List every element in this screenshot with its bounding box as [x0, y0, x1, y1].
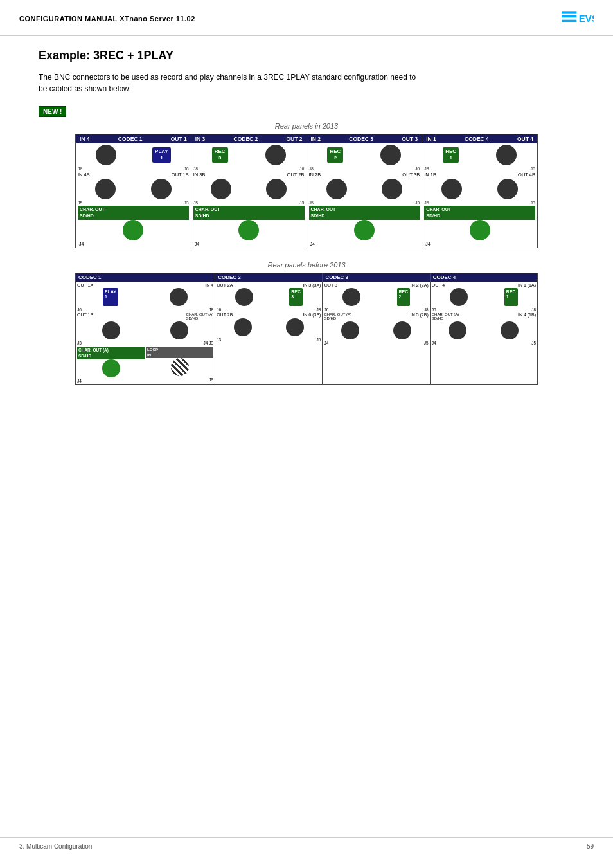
codec-2-out-label: OUT 2 — [286, 136, 302, 142]
bnc-b2-out2a — [235, 288, 253, 306]
out3b-label: OUT 3B — [402, 172, 420, 177]
description-text: The BNC connectors to be used as record … — [39, 71, 424, 95]
out1b-label: OUT 1B — [172, 172, 189, 177]
j3-label-c2: J3 — [299, 201, 304, 205]
bnc-out2b — [266, 179, 287, 199]
codec-1-mid-circles — [78, 179, 189, 199]
codec-1-j5j3: J5 J3 — [78, 201, 189, 205]
b2013-c2-mid-circles — [217, 318, 321, 336]
bnc-in4 — [96, 145, 116, 165]
j6-b3: J6 — [324, 307, 328, 312]
codec-2-bottom-circles — [193, 220, 305, 240]
codec-4-inner: REC1 J8 J6 IN 1B OUT 4B — [422, 143, 537, 248]
b2013-c2-top-circles: REC3 — [217, 288, 321, 306]
b2013-c4-header: CODEC 4 — [431, 273, 537, 282]
codec-row-before: CODEC 1 OUT 1A IN 4 PLAY1 J6 J8 — [75, 273, 538, 385]
rec3-badge-before: REC3 — [289, 288, 303, 306]
codec-2-header: IN 3 CODEC 2 OUT 2 — [191, 134, 306, 143]
codec-3-top-circles: REC2 — [309, 145, 420, 165]
out1b-b1: OUT 1B — [77, 312, 93, 320]
codec-1-panel: IN 4 CODEC 1 OUT 1 PLAY1 J8 J6 — [76, 134, 191, 248]
b2013-c4-top-labels: OUT 4 IN 1 (1A) — [432, 283, 536, 287]
out2b-b2: OUT 2B — [217, 312, 233, 317]
b2013-c3-j4j5: J4 J5 — [324, 341, 428, 345]
evs-logo: EVS — [562, 9, 594, 28]
rear-2013-caption: Rear panels in 2013 — [39, 122, 574, 130]
codec-1-in-label: IN 4 — [80, 136, 90, 142]
codec-2-j4: J4 — [193, 242, 305, 246]
bnc-in3 — [265, 145, 286, 165]
in2-2a-label: IN 2 (2A) — [411, 283, 429, 287]
j3-b1: J3 — [77, 341, 82, 345]
codec-2-j-labels: J8 J6 — [193, 167, 305, 171]
codec-1-top-circles: PLAY1 — [78, 145, 189, 165]
codec-3-inner: REC2 J8 J6 IN 2B OUT 3B — [307, 143, 422, 248]
b2013-codec-4: CODEC 4 OUT 4 IN 1 (1A) REC1 J6 J8 — [431, 273, 537, 384]
bnc-in4b — [95, 179, 116, 199]
codec-1-name: CODEC 1 — [118, 136, 143, 142]
char-out-1: CHAR. OUTSD/HD — [78, 206, 189, 220]
bnc-char2 — [238, 220, 259, 240]
b2013-c3-header: CODEC 3 — [323, 273, 429, 282]
in5-2b-label: IN 5 (2B) — [411, 312, 429, 320]
bnc-in2b — [326, 179, 347, 199]
codec-4-header: IN 1 CODEC 4 OUT 4 — [422, 134, 537, 143]
b2013-c1-loop-circles — [146, 358, 213, 376]
b2013-c1-j4j3: J3 J4 J3 — [77, 341, 213, 345]
codec-2-panel: IN 3 CODEC 2 OUT 2 REC3 J8 J6 — [191, 134, 307, 248]
codec-3-j-labels: J8 J6 — [309, 167, 420, 171]
b2013-codec-1: CODEC 1 OUT 1A IN 4 PLAY1 J6 J8 — [76, 273, 215, 384]
j5-label-c3: J5 — [309, 201, 314, 205]
j6-label-c2: J6 — [299, 167, 304, 171]
b2013-c4-j-labels: J6 J8 — [432, 307, 536, 312]
b2013-codec-3: CODEC 3 OUT 3 IN 2 (2A) REC2 J6 J8 — [323, 273, 430, 384]
b2013-c1-top-labels: OUT 1A IN 4 — [77, 283, 213, 287]
codec-1-bottom-circles — [78, 220, 189, 240]
j9-b1-label: J9 — [146, 377, 213, 382]
j5-label-c4: J5 — [424, 201, 429, 205]
j6-label-c3: J6 — [415, 167, 420, 171]
bnc-b1-charout — [102, 359, 120, 377]
bnc-char4 — [470, 220, 490, 240]
in4-1b-label: IN 4 (1B) — [518, 312, 536, 320]
footer-left: 3. Multicam Configuration — [19, 843, 92, 850]
in1-1a-label: IN 1 (1A) — [518, 283, 536, 287]
bnc-b3-in5 — [393, 321, 411, 339]
j5-label: J5 — [78, 201, 82, 205]
b2013-c1-header: CODEC 1 — [76, 273, 215, 282]
b2013-c4-b-labels: CHAR. OUT (A)SD/HD IN 4 (1B) — [432, 312, 536, 320]
svg-rect-0 — [562, 11, 576, 13]
j6-b4: J6 — [432, 307, 436, 312]
codec-3-in-label: IN 2 — [311, 136, 321, 142]
bnc-b4-out4 — [450, 288, 468, 306]
codec-4-bottom-circles — [424, 220, 535, 240]
char-out-2: CHAR. OUTSD/HD — [193, 206, 305, 220]
b2013-c3-j-labels: J6 J8 — [324, 307, 428, 312]
codec-2-b-labels: IN 3B OUT 2B — [193, 172, 305, 177]
b2013-c4-j4j5: J4 J5 — [432, 341, 536, 345]
b2013-c3-top-circles: REC2 — [324, 288, 428, 306]
b2013-c3-inner: OUT 3 IN 2 (2A) REC2 J6 J8 CHAR. OUT (A)… — [323, 282, 429, 347]
j8-b3: J8 — [424, 307, 429, 312]
in1b-label: IN 1B — [424, 172, 436, 177]
page-header: CONFIGURATION MANUAL XTnano Server 11.02… — [0, 0, 613, 36]
codec-3-b-labels: IN 2B OUT 3B — [309, 172, 420, 177]
codec-1-out-label: OUT 1 — [171, 136, 187, 142]
out2a-label: OUT 2A — [217, 283, 233, 287]
document-title: CONFIGURATION MANUAL XTnano Server 11.02 — [19, 15, 195, 23]
char-out-a-b1: CHAR. OUT (A)SD/HD — [186, 312, 214, 320]
b2013-c1-charout-section: CHAR. OUT (A)SD/HD J4 — [77, 347, 145, 383]
j5-label-c2: J5 — [193, 201, 198, 205]
page-footer: 3. Multicam Configuration 59 — [0, 837, 613, 855]
rec-badge-1: REC1 — [443, 147, 459, 162]
new-badge: NEW ! — [39, 106, 66, 117]
codec-4-b-labels: IN 1B OUT 4B — [424, 172, 535, 177]
char-out-3: CHAR. OUTSD/HD — [309, 206, 420, 220]
codec-2-name: CODEC 2 — [234, 136, 258, 142]
in3-3a-label: IN 3 (3A) — [303, 283, 321, 287]
j4-b4: J4 — [432, 341, 436, 345]
b2013-c2-inner: OUT 2A IN 3 (3A) REC3 J6 J8 OUT 2B IN 6 … — [215, 282, 322, 344]
j5-b2: J5 — [317, 338, 321, 342]
j6-label: J6 — [184, 167, 188, 171]
in4-label-b: IN 4 — [205, 283, 213, 287]
